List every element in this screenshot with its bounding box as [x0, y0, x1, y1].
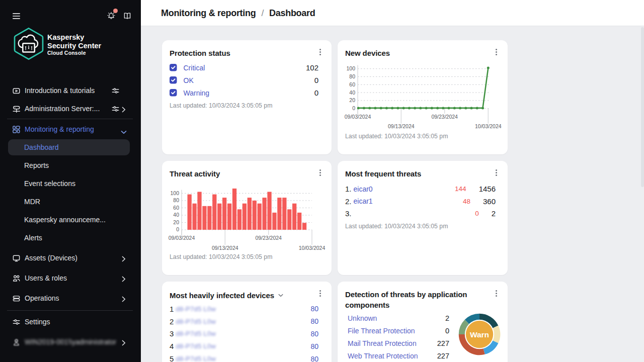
svg-text:100: 100	[346, 65, 355, 71]
svg-text:80: 80	[173, 197, 179, 203]
svg-text:0: 0	[352, 105, 355, 111]
svg-text:40: 40	[173, 212, 179, 218]
svg-text:09/03/2024: 09/03/2024	[169, 235, 195, 241]
svg-text:09/03/2024: 09/03/2024	[345, 114, 371, 120]
svg-text:0: 0	[176, 226, 179, 232]
svg-text:09/23/2024: 09/23/2024	[431, 114, 458, 120]
svg-text:10/03/2024: 10/03/2024	[475, 123, 502, 129]
svg-text:100: 100	[170, 190, 179, 196]
svg-text:20: 20	[349, 97, 355, 103]
svg-text:09/23/2024: 09/23/2024	[255, 235, 282, 241]
svg-text:60: 60	[349, 81, 355, 87]
svg-text:40: 40	[349, 89, 355, 96]
svg-text:60: 60	[173, 205, 179, 211]
svg-text:20: 20	[173, 219, 179, 225]
svg-text:80: 80	[349, 73, 355, 79]
svg-text:Warn: Warn	[470, 330, 489, 339]
svg-text:10/03/2024: 10/03/2024	[299, 245, 326, 251]
svg-text:09/13/2024: 09/13/2024	[388, 123, 415, 129]
svg-text:09/13/2024: 09/13/2024	[212, 245, 238, 251]
